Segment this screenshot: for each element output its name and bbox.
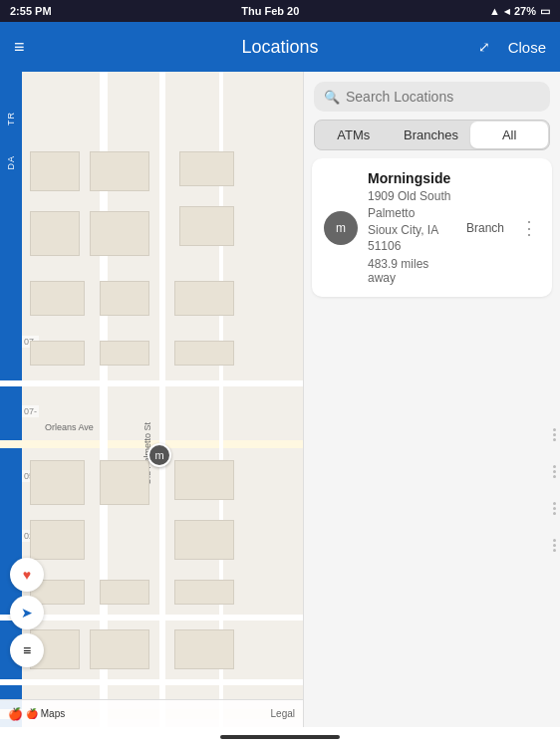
battery-text: 27% xyxy=(514,5,536,17)
building-9 xyxy=(174,281,234,316)
scroll-dot xyxy=(553,475,556,478)
location-address2: Sioux City, IA 51106 xyxy=(368,222,456,256)
building-10 xyxy=(30,341,85,366)
scroll-dot xyxy=(553,544,556,547)
building-15 xyxy=(174,460,234,500)
scroll-dot-group-2 xyxy=(553,465,556,478)
wifi-icon: ▲ xyxy=(489,5,500,17)
scroll-dot xyxy=(553,512,556,515)
filter-tabs: ATMs Branches All xyxy=(314,120,550,150)
search-input[interactable] xyxy=(346,89,540,105)
list-button[interactable]: ≡ xyxy=(10,633,44,667)
building-22 xyxy=(90,629,149,669)
building-12 xyxy=(174,341,234,366)
building-3 xyxy=(179,151,234,186)
road-h1 xyxy=(0,380,303,386)
scroll-indicators xyxy=(553,428,556,552)
scroll-dot xyxy=(553,507,556,510)
status-date: Thu Feb 20 xyxy=(241,5,299,17)
street-num-07b: 07- xyxy=(22,405,39,417)
close-button[interactable]: Close xyxy=(508,39,546,56)
building-16 xyxy=(30,520,85,560)
location-icon: ◂ xyxy=(504,5,510,18)
building-8 xyxy=(100,281,149,316)
building-17 xyxy=(174,520,234,560)
building-6 xyxy=(179,206,234,246)
marker-icon: m xyxy=(154,449,163,461)
status-time: 2:55 PM xyxy=(10,5,52,17)
scroll-dot-group-3 xyxy=(553,502,556,515)
building-13 xyxy=(30,460,85,505)
legal-link[interactable]: Legal xyxy=(271,708,295,719)
sidebar-label-da: DA xyxy=(6,155,16,170)
map-bottom-bar: 🍎 🍎 Maps Legal xyxy=(0,699,303,727)
maps-label: 🍎 Maps xyxy=(26,708,65,719)
building-7 xyxy=(30,281,85,316)
search-icon: 🔍 xyxy=(324,90,340,105)
sidebar-label-tr: TR xyxy=(6,112,16,125)
building-14 xyxy=(100,460,149,505)
building-5 xyxy=(90,211,149,256)
page-title: Locations xyxy=(241,37,318,58)
building-11 xyxy=(100,341,149,366)
scroll-dot xyxy=(553,465,556,468)
map-background: TR DA 07- 07- 05- 02- Orleans Ave Old Pa… xyxy=(0,72,303,727)
map-controls: ♥ ➤ ≡ xyxy=(10,558,44,667)
status-right: ▲ ◂ 27% ▭ xyxy=(489,5,550,18)
scroll-dot xyxy=(553,539,556,542)
heart-icon: ♥ xyxy=(23,567,31,583)
scroll-dot xyxy=(553,438,556,441)
location-type-badge: Branch xyxy=(466,221,504,235)
location-card-morningside[interactable]: m Morningside 1909 Old South Palmetto Si… xyxy=(312,158,552,297)
list-icon: ≡ xyxy=(23,642,31,658)
building-1 xyxy=(30,151,80,191)
header-bar: ≡ Locations ⤢ Close xyxy=(0,22,560,72)
scroll-dot xyxy=(553,470,556,473)
building-20 xyxy=(174,580,234,605)
map-area[interactable]: TR DA 07- 07- 05- 02- Orleans Ave Old Pa… xyxy=(0,72,303,727)
scroll-dot-group-1 xyxy=(553,428,556,441)
location-marker[interactable]: m xyxy=(147,443,171,467)
scroll-dot xyxy=(553,428,556,431)
scroll-dot-group-4 xyxy=(553,539,556,552)
home-indicator xyxy=(0,727,560,747)
tab-branches[interactable]: Branches xyxy=(393,121,470,149)
scroll-dot xyxy=(553,549,556,552)
status-bar: 2:55 PM Thu Feb 20 ▲ ◂ 27% ▭ xyxy=(0,0,560,22)
building-4 xyxy=(30,211,80,256)
location-button[interactable]: ➤ xyxy=(10,596,44,629)
menu-icon[interactable]: ≡ xyxy=(14,37,25,58)
location-name: Morningside xyxy=(368,170,456,186)
battery-icon: ▭ xyxy=(540,5,550,18)
location-more-button[interactable]: ⋮ xyxy=(518,217,540,239)
right-panel: 🔍 ATMs Branches All m Morningside 1909 O… xyxy=(303,72,560,727)
building-19 xyxy=(100,580,149,605)
favorite-button[interactable]: ♥ xyxy=(10,558,44,592)
home-bar xyxy=(220,735,340,739)
main-content: TR DA 07- 07- 05- 02- Orleans Ave Old Pa… xyxy=(0,72,560,727)
apple-maps-logo: 🍎 🍎 Maps xyxy=(8,707,65,721)
location-address1: 1909 Old South Palmetto xyxy=(368,188,456,222)
search-bar[interactable]: 🔍 xyxy=(314,82,550,112)
tab-atms[interactable]: ATMs xyxy=(315,121,393,149)
navigation-icon: ➤ xyxy=(21,605,33,621)
location-icon-morningside: m xyxy=(324,211,358,245)
location-info-morningside: Morningside 1909 Old South Palmetto Siou… xyxy=(368,170,456,285)
road-h2 xyxy=(0,615,303,621)
tab-all[interactable]: All xyxy=(470,122,548,148)
road-palmetto xyxy=(159,72,165,727)
loc-icon-symbol: m xyxy=(336,221,346,235)
scroll-dot xyxy=(553,433,556,436)
street-label-orleans: Orleans Ave xyxy=(45,422,94,432)
building-2 xyxy=(90,151,149,191)
building-23 xyxy=(174,629,234,669)
expand-icon[interactable]: ⤢ xyxy=(478,39,490,55)
apple-icon: 🍎 xyxy=(8,707,23,721)
road-h3 xyxy=(0,679,303,685)
location-list: m Morningside 1909 Old South Palmetto Si… xyxy=(304,158,560,727)
scroll-dot xyxy=(553,502,556,505)
location-distance: 483.9 miles away xyxy=(368,257,456,285)
